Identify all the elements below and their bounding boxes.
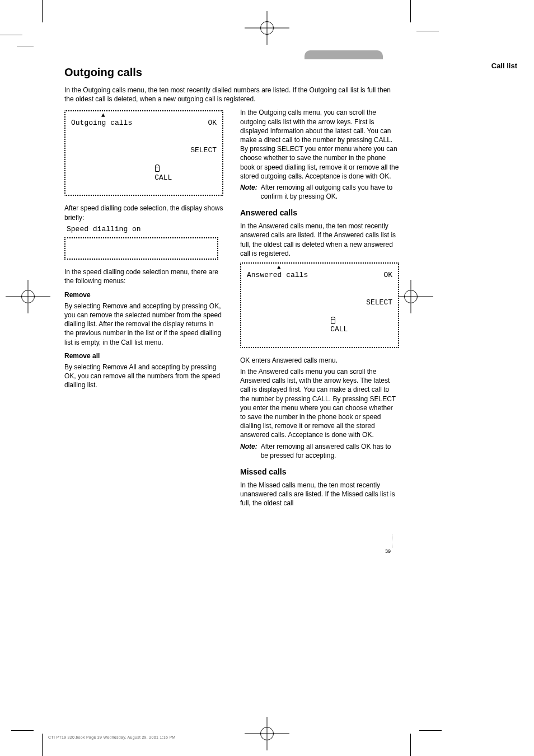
subheading-remove-all: Remove all xyxy=(64,351,223,360)
lcd2-line1-right: OK xyxy=(383,271,392,280)
crop-mark-h xyxy=(11,730,34,731)
subheading-answered: Answered calls xyxy=(240,208,399,218)
crop-mark-h xyxy=(419,730,442,731)
lcd-blank-row xyxy=(71,128,217,137)
answered-note-row: Note: After removing all answered calls … xyxy=(240,442,399,460)
lcd-answered: ▲ Answered calls OK SELECT CA xyxy=(240,262,399,348)
lcd-line1-text: Outgoing calls xyxy=(71,119,132,128)
missed-paragraph-1: In the Missed calls menu, the ten most r… xyxy=(240,481,399,508)
two-column-layout: ▲ Outgoing calls OK SELECT CA xyxy=(64,106,391,510)
chapter-title: Call list xyxy=(491,62,517,70)
section-intro: In the Outgoing calls menu, the ten most… xyxy=(64,86,391,104)
answered-main-paragraph: In the Answered calls menu you can scrol… xyxy=(240,367,399,440)
lcd-speed-box xyxy=(64,237,218,260)
left-column: ▲ Outgoing calls OK SELECT CA xyxy=(64,106,223,510)
register-mark-left xyxy=(6,280,50,313)
crop-mark-v xyxy=(42,0,43,22)
crop-mark-h xyxy=(0,35,22,35)
lcd-line1-right: OK xyxy=(208,119,217,128)
register-circle xyxy=(260,21,274,35)
tab-header-graphic xyxy=(305,50,383,59)
register-mark-top xyxy=(245,11,289,45)
speed-intro-above: After speed dialling code selection, the… xyxy=(64,204,223,222)
lcd-select-label: SELECT xyxy=(190,146,217,155)
page-number: 39 xyxy=(385,548,391,554)
content-area: Outgoing calls In the Outgoing calls men… xyxy=(64,65,391,510)
lcd-blank-row xyxy=(247,280,392,289)
section-heading: Outgoing calls xyxy=(64,65,391,80)
speed-intro: In the speed dialling code selection men… xyxy=(64,267,223,285)
lcd-call-label: CALL xyxy=(154,173,172,182)
up-arrow-icon: ▲ xyxy=(101,112,217,119)
right-column: In the Outgoing calls menu, you can scro… xyxy=(240,106,399,510)
answered-ok-paragraph: OK enters Answered calls menu. xyxy=(240,356,399,365)
lcd-blank-row xyxy=(71,137,217,146)
lcd-blank-row xyxy=(247,289,392,298)
register-circle xyxy=(21,290,35,303)
lcd2-select-label: SELECT xyxy=(366,298,392,307)
crop-mark-v xyxy=(410,734,411,756)
remove-all-paragraph: By selecting Remove All and accepting by… xyxy=(64,363,223,390)
crop-mark-v xyxy=(42,734,43,756)
subheading-remove: Remove xyxy=(64,290,223,299)
crop-mark-v xyxy=(410,0,411,22)
lcd-text-speed: Speed dialling on xyxy=(64,224,223,234)
outgoing-note: After removing all outgoing calls you ha… xyxy=(261,183,399,201)
register-circle xyxy=(260,727,274,740)
lcd2-line1-text: Answered calls xyxy=(247,271,308,280)
outgoing-note-row: Note: After removing all outgoing calls … xyxy=(240,183,399,201)
note-label: Note: xyxy=(240,442,257,451)
outgoing-main-paragraph: In the Outgoing calls menu, you can scro… xyxy=(240,108,399,181)
lock-icon xyxy=(154,165,160,172)
answered-note: After removing all answered calls OK has… xyxy=(261,442,399,460)
lock-icon xyxy=(330,317,336,324)
page: Call list 39 Outgoing calls In the Outgo… xyxy=(0,0,534,756)
crop-mark-h xyxy=(17,46,34,47)
lcd2-call-label: CALL xyxy=(330,325,348,334)
side-page-marker xyxy=(392,534,393,548)
register-circle xyxy=(404,290,418,303)
note-label: Note: xyxy=(240,183,257,192)
answered-paragraph-1: In the Answered calls menu, the ten most… xyxy=(240,222,399,258)
register-mark-bottom xyxy=(245,717,289,750)
imposition-footer: CTI PT19 320.book Page 39 Wednesday, Aug… xyxy=(48,735,176,739)
remove-paragraph: By selecting Remove and accepting by pre… xyxy=(64,302,223,347)
subheading-missed: Missed calls xyxy=(240,467,399,477)
up-arrow-icon: ▲ xyxy=(277,265,392,271)
lcd-outgoing: ▲ Outgoing calls OK SELECT CA xyxy=(64,110,223,196)
crop-mark-h xyxy=(416,31,439,31)
